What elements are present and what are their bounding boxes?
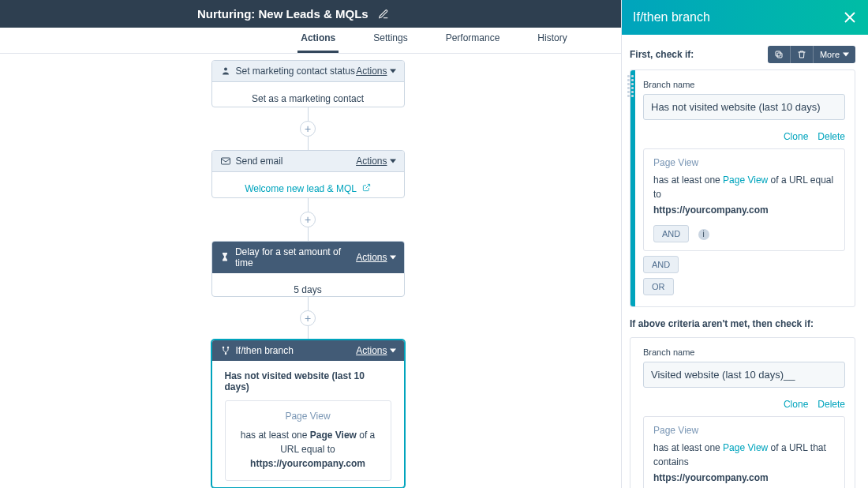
workflow-canvas: Set marketing contact status Actions Set… <box>0 54 615 488</box>
connector <box>308 107 309 121</box>
action-delay[interactable]: Delay for a set amount of time Actions 5… <box>211 241 405 297</box>
clone-link[interactable]: Clone <box>784 399 808 410</box>
card-body: Set as a marketing contact <box>212 82 404 107</box>
connector <box>308 227 309 241</box>
or-pill[interactable]: OR <box>643 278 674 295</box>
branch-block-1: Branch name Clone Delete Page View has a… <box>630 69 855 307</box>
panel-content: First, check if: More Branch name <box>622 35 868 488</box>
card-header: Send email Actions <box>212 151 404 172</box>
criteria-heading: Page View <box>234 411 383 422</box>
card-actions-menu[interactable]: Actions <box>356 252 395 263</box>
branch-name-label: Branch name <box>643 80 845 89</box>
row-actions: Clone Delete <box>643 131 845 142</box>
clone-link[interactable]: Clone <box>784 131 808 142</box>
connector <box>308 297 309 310</box>
add-step-button[interactable]: + <box>300 121 316 137</box>
tab-settings[interactable]: Settings <box>370 32 410 53</box>
more-button[interactable]: More <box>814 46 855 63</box>
workflow-flow: Set marketing contact status Actions Set… <box>205 54 410 488</box>
and-pill[interactable]: AND <box>643 256 679 273</box>
card-actions-menu[interactable]: Actions <box>356 345 395 356</box>
branch-action-buttons: More <box>768 46 855 63</box>
card-title: Delay for a set amount of time <box>235 246 356 268</box>
panel-header: If/then branch <box>622 0 868 35</box>
branch-icon <box>220 346 231 355</box>
criteria-url: https://yourcompany.com <box>653 471 835 485</box>
side-panel: If/then branch First, check if: More <box>621 0 868 488</box>
svg-point-2 <box>222 347 224 349</box>
page-view-link[interactable]: Page View <box>723 175 768 186</box>
workflow-title: Nurturing: New Leads & MQLs <box>197 7 369 21</box>
card-header: Delay for a set amount of time Actions <box>212 242 404 273</box>
card-actions-menu[interactable]: Actions <box>356 66 395 77</box>
svg-rect-1 <box>221 158 230 164</box>
user-icon <box>220 66 231 76</box>
svg-rect-5 <box>777 53 782 58</box>
drag-handle-icon[interactable] <box>627 75 634 94</box>
card-title: Send email <box>236 156 283 167</box>
tab-history[interactable]: History <box>534 32 570 53</box>
chevron-down-icon <box>390 158 396 164</box>
email-link[interactable]: Welcome new lead & MQL <box>245 183 356 194</box>
delete-link[interactable]: Delete <box>817 399 845 410</box>
panel-title: If/then branch <box>633 10 710 24</box>
tab-actions[interactable]: Actions <box>297 32 339 53</box>
branch-name-input-2[interactable] <box>643 362 845 388</box>
add-step-button[interactable]: + <box>300 212 316 227</box>
chevron-down-icon <box>390 347 396 354</box>
branch-block-2: Branch name Clone Delete Page View has a… <box>630 337 855 488</box>
branch-label: Has not visited website (last 10 days) <box>225 370 391 392</box>
hourglass-icon <box>220 253 230 262</box>
chevron-down-icon <box>390 68 396 74</box>
close-panel-icon[interactable] <box>843 10 857 24</box>
card-title: Set marketing contact status <box>236 66 355 77</box>
svg-rect-6 <box>776 51 780 56</box>
second-check-label: If above criteria aren't met, then check… <box>630 318 855 329</box>
svg-point-0 <box>224 68 227 71</box>
delete-link[interactable]: Delete <box>817 131 845 142</box>
first-check-label: First, check if: <box>630 49 694 60</box>
card-title: If/then branch <box>236 345 294 356</box>
card-body: Welcome new lead & MQL <box>212 172 404 197</box>
card-header: If/then branch Actions <box>212 340 404 361</box>
clone-button[interactable] <box>768 46 791 63</box>
open-in-new-icon[interactable] <box>362 183 371 194</box>
add-step-button[interactable]: + <box>300 310 316 326</box>
edit-title-icon[interactable] <box>378 9 389 20</box>
action-send-email[interactable]: Send email Actions Welcome new lead & MQ… <box>211 150 405 197</box>
svg-point-3 <box>226 347 229 349</box>
action-set-status[interactable]: Set marketing contact status Actions Set… <box>211 60 405 107</box>
chevron-down-icon <box>843 51 849 58</box>
page-view-link[interactable]: Page View <box>723 442 768 453</box>
criteria-heading: Page View <box>653 425 835 436</box>
tab-performance[interactable]: Performance <box>443 32 503 53</box>
connector <box>308 137 309 150</box>
branch-name-label: Branch name <box>643 347 845 357</box>
info-icon[interactable]: i <box>698 229 709 240</box>
connector <box>308 198 309 212</box>
criteria-card[interactable]: Page View has at least one Page View of … <box>643 416 845 488</box>
row-actions: Clone Delete <box>643 399 845 410</box>
svg-point-4 <box>224 353 226 355</box>
card-header: Set marketing contact status Actions <box>212 61 404 82</box>
branch-name-input[interactable] <box>643 94 845 120</box>
criteria-card[interactable]: Page View has at least one Page View of … <box>643 148 845 251</box>
card-body: Has not visited website (last 10 days) P… <box>212 361 404 488</box>
chevron-down-icon <box>390 254 396 261</box>
criteria-url: https://yourcompany.com <box>653 203 835 217</box>
panel-top-row: First, check if: More <box>630 46 855 63</box>
connector <box>308 326 309 340</box>
card-body: 5 days <box>212 273 404 297</box>
criteria-heading: Page View <box>653 157 835 168</box>
and-pill-inner[interactable]: AND <box>653 225 689 242</box>
trash-icon <box>797 50 806 59</box>
clone-icon <box>774 50 784 59</box>
delete-button[interactable] <box>791 46 814 63</box>
card-actions-menu[interactable]: Actions <box>356 156 395 167</box>
criteria-summary: Page View has at least one Page View of … <box>225 400 391 481</box>
mail-icon <box>220 157 231 165</box>
action-if-then-branch[interactable]: If/then branch Actions Has not visited w… <box>211 340 405 488</box>
